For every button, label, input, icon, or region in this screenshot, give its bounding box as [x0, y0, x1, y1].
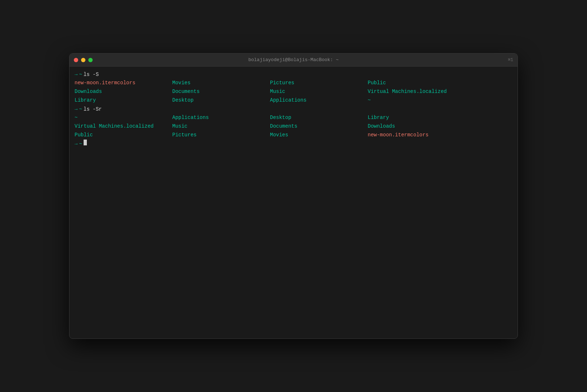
ls-sr-item-1-1: ~: [75, 114, 172, 122]
ls-sr-row-3: Public Pictures Movies new-moon.itermcol…: [75, 131, 512, 139]
command-2: ls -Sr: [84, 105, 102, 114]
ls-s-item-3-3: Applications: [270, 96, 368, 104]
ls-s-item-1-2: Movies: [172, 79, 270, 87]
ls-s-item-3-2: Desktop: [172, 96, 270, 104]
prompt-tilde-1: ~: [79, 70, 82, 79]
ls-sr-item-3-2: Pictures: [172, 131, 270, 139]
command-1: ls -S: [84, 70, 99, 79]
ls-sr-row-1: ~ Applications Desktop Library: [75, 114, 512, 122]
window-shortcut: ⌘1: [508, 57, 513, 63]
ls-sr-item-1-3: Desktop: [270, 114, 368, 122]
prompt-arrow-1: →: [75, 70, 77, 79]
ls-s-row-2: Downloads Documents Music Virtual Machin…: [75, 88, 512, 95]
ls-s-item-2-1: Downloads: [75, 88, 172, 95]
maximize-button[interactable]: [88, 58, 93, 62]
ls-sr-item-1-2: Applications: [172, 114, 270, 122]
command-line-1: → ~ ls -S: [75, 70, 512, 79]
ls-sr-item-2-3: Documents: [270, 122, 368, 130]
traffic-lights: [74, 58, 93, 62]
terminal-body[interactable]: → ~ ls -S new-moon.itermcolors Movies Pi…: [69, 67, 518, 338]
ls-sr-item-3-1: Public: [75, 131, 172, 139]
prompt-arrow-2: →: [75, 105, 77, 114]
minimize-button[interactable]: [81, 58, 85, 62]
ls-s-row-1: new-moon.itermcolors Movies Pictures Pub…: [75, 79, 512, 87]
ls-s-item-2-2: Documents: [172, 88, 270, 95]
prompt-arrow-3: →: [75, 140, 77, 148]
ls-s-item-1-3: Pictures: [270, 79, 368, 87]
close-button[interactable]: [74, 58, 78, 62]
ls-s-item-3-4: ~: [368, 96, 465, 104]
command-line-2: → ~ ls -Sr: [75, 105, 512, 114]
ls-sr-item-3-3: Movies: [270, 131, 368, 139]
ls-s-item-3-1: Library: [75, 96, 172, 104]
terminal-cursor: [84, 140, 87, 145]
ls-s-item-2-4: Virtual Machines.localized: [368, 88, 465, 95]
ls-s-item-2-3: Music: [270, 88, 368, 95]
ls-sr-row-2: Virtual Machines.localized Music Documen…: [75, 122, 512, 130]
ls-s-item-1-4: Public: [368, 79, 465, 87]
ls-sr-item-1-4: Library: [368, 114, 465, 122]
prompt-tilde-3: ~: [79, 140, 82, 148]
prompt-tilde-2: ~: [79, 105, 82, 114]
ls-sr-item-3-4: new-moon.itermcolors: [368, 131, 465, 139]
window-title: bolajiayodeji@Bolajis-MacBook: ~: [248, 57, 339, 63]
titlebar: bolajiayodeji@Bolajis-MacBook: ~ ⌘1: [69, 54, 518, 67]
ls-s-item-1-1: new-moon.itermcolors: [75, 79, 172, 87]
ls-s-row-3: Library Desktop Applications ~: [75, 96, 512, 104]
command-line-3: → ~: [75, 140, 512, 148]
ls-sr-item-2-1: Virtual Machines.localized: [75, 122, 172, 130]
ls-sr-item-2-2: Music: [172, 122, 270, 130]
ls-sr-item-2-4: Downloads: [368, 122, 465, 130]
terminal-window: bolajiayodeji@Bolajis-MacBook: ~ ⌘1 → ~ …: [69, 53, 518, 339]
